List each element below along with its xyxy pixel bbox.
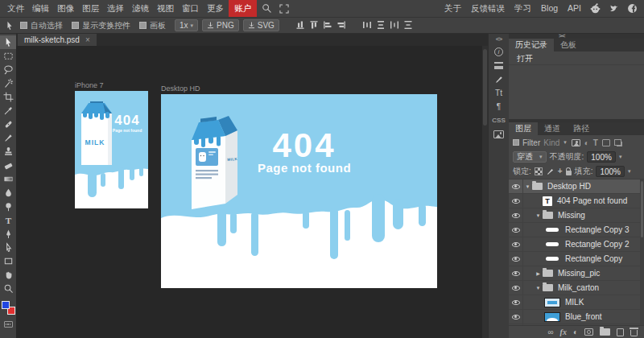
filter-checkbox[interactable] xyxy=(513,139,519,146)
layer-mask-icon[interactable] xyxy=(584,328,593,336)
lock-paint-icon[interactable] xyxy=(546,167,555,176)
character-panel-icon[interactable]: Tt xyxy=(495,87,502,99)
menu-item-file[interactable]: 文件 xyxy=(4,0,27,17)
menu-item-layer[interactable]: 图层 xyxy=(79,0,102,17)
tab-layers[interactable]: 图层 xyxy=(509,122,538,135)
filter-image-icon[interactable] xyxy=(572,139,580,146)
crop-tool[interactable] xyxy=(0,90,16,104)
menu-item-api[interactable]: API xyxy=(564,0,584,17)
menu-item-filter[interactable]: 滤镜 xyxy=(129,0,152,17)
marquee-tool[interactable] xyxy=(0,49,16,63)
lasso-tool[interactable] xyxy=(0,63,16,76)
menu-item-view[interactable]: 视图 xyxy=(154,0,177,17)
layer-row-milk-carton[interactable]: ▼ Milk_carton xyxy=(509,281,644,295)
menu-item-about[interactable]: 关于 xyxy=(441,0,464,17)
visibility-toggle[interactable] xyxy=(509,295,523,309)
artboard-label-iphone[interactable]: iPhone 7 xyxy=(75,81,104,89)
export-png-button[interactable]: PNG xyxy=(202,19,239,31)
tab-history[interactable]: 历史记录 xyxy=(509,39,554,52)
menu-item-window[interactable]: 窗口 xyxy=(179,0,202,17)
tab-channels[interactable]: 通道 xyxy=(538,122,567,135)
opacity-dropdown-icon[interactable]: ▾ xyxy=(619,154,622,160)
fullscreen-icon[interactable] xyxy=(277,2,291,15)
hand-tool[interactable] xyxy=(0,268,16,282)
new-group-icon[interactable] xyxy=(600,328,610,336)
visibility-toggle[interactable] xyxy=(509,281,523,295)
fill-value[interactable]: 100% xyxy=(596,166,625,177)
visibility-toggle[interactable] xyxy=(509,266,523,280)
distribute-spacing-v-icon[interactable] xyxy=(403,20,413,31)
layer-row-missing-pic[interactable]: ▶ Missing_pic xyxy=(509,266,644,281)
collapse-panels-icon[interactable]: >< xyxy=(559,32,564,39)
distribute-horizontal-icon[interactable] xyxy=(362,20,372,31)
visibility-toggle[interactable] xyxy=(509,252,523,266)
close-tab-icon[interactable]: × xyxy=(85,35,90,44)
info-panel-icon[interactable]: i xyxy=(494,46,503,58)
layer-row-rectangle-copy-2[interactable]: Rectangle Copy 2 xyxy=(509,237,644,252)
menu-item-learn[interactable]: 学习 xyxy=(511,0,535,17)
visibility-toggle[interactable] xyxy=(509,237,523,251)
expand-icon[interactable]: ▼ xyxy=(534,213,543,218)
auto-select-checkbox[interactable] xyxy=(20,22,27,29)
fill-dropdown-icon[interactable]: ▾ xyxy=(628,168,631,175)
filter-shape-icon[interactable] xyxy=(602,139,610,146)
layer-row-404-text[interactable]: T 404 Page not found xyxy=(509,194,644,208)
reddit-icon[interactable] xyxy=(589,3,601,14)
kind-select[interactable]: Kind▾ xyxy=(543,138,567,147)
gradient-tool[interactable] xyxy=(0,172,16,186)
menu-item-image[interactable]: 图像 xyxy=(54,0,77,17)
layer-row-milk[interactable]: MILK xyxy=(509,295,644,310)
export-scale-select[interactable]: 1x▾ xyxy=(175,19,198,31)
facebook-icon[interactable] xyxy=(626,3,638,14)
align-left-icon[interactable] xyxy=(323,20,332,31)
filter-smart-object-icon[interactable] xyxy=(614,139,621,146)
css-panel-icon[interactable]: CSS xyxy=(492,114,505,126)
layer-row-desktop-hd[interactable]: ▼ Desktop HD xyxy=(509,179,644,194)
path-select-tool[interactable] xyxy=(0,241,16,254)
lock-all-icon[interactable] xyxy=(566,171,572,175)
menu-item-blog[interactable]: Blog xyxy=(538,0,561,17)
tab-paths[interactable]: 路径 xyxy=(567,122,596,135)
align-top-icon[interactable] xyxy=(309,20,319,31)
blur-tool[interactable] xyxy=(0,186,16,200)
type-tool[interactable]: T xyxy=(0,213,16,227)
menu-item-edit[interactable]: 编辑 xyxy=(29,0,52,17)
delete-layer-icon[interactable] xyxy=(630,330,638,336)
magic-wand-tool[interactable] xyxy=(0,76,16,90)
artboard-iphone[interactable]: MILK 404 Page not found xyxy=(75,91,148,208)
eraser-tool[interactable] xyxy=(0,159,16,172)
filter-text-icon[interactable]: T xyxy=(593,138,598,147)
dodge-tool[interactable] xyxy=(0,200,16,213)
layer-row-blue-front[interactable]: Blue_front xyxy=(509,310,644,324)
artboard-checkbox[interactable] xyxy=(139,22,147,29)
expand-icon[interactable]: ▼ xyxy=(534,286,543,291)
layer-row-rectangle-copy-3[interactable]: Rectangle Copy 3 xyxy=(509,223,644,237)
align-bottom-icon[interactable] xyxy=(295,20,305,31)
tab-swatches[interactable]: 色板 xyxy=(554,39,583,52)
eyedropper-tool[interactable] xyxy=(0,104,16,117)
layer-effects-icon[interactable]: fx xyxy=(560,328,567,336)
menu-item-report-bug[interactable]: 反馈错误 xyxy=(468,0,508,17)
foreground-color[interactable] xyxy=(2,301,10,309)
filter-adjustment-icon[interactable]: ◐ xyxy=(584,138,589,147)
pen-tool[interactable] xyxy=(0,227,16,241)
canvas-area[interactable]: iPhone 7 xyxy=(16,46,488,338)
color-swatches[interactable] xyxy=(2,301,15,315)
export-svg-button[interactable]: SVG xyxy=(243,19,279,31)
zoom-tool[interactable] xyxy=(0,282,16,295)
collapse-dock-icon[interactable]: <> xyxy=(496,34,502,44)
shape-tool[interactable] xyxy=(0,254,16,268)
canvas-vertical-scrollbar[interactable] xyxy=(482,46,488,338)
link-layers-icon[interactable]: ∞ xyxy=(547,328,553,336)
brush-tool[interactable] xyxy=(0,131,16,145)
blend-mode-select[interactable]: 穿透▾ xyxy=(513,151,547,163)
properties-panel-icon[interactable] xyxy=(494,60,503,72)
visibility-toggle[interactable] xyxy=(509,208,523,222)
show-transform-checkbox[interactable] xyxy=(72,22,79,29)
adjustment-layer-icon[interactable]: ◐ xyxy=(573,328,578,336)
layer-row-rectangle-copy[interactable]: Rectangle Copy xyxy=(509,252,644,266)
menu-item-select[interactable]: 选择 xyxy=(104,0,127,17)
visibility-toggle[interactable] xyxy=(509,310,523,324)
lock-transparency-icon[interactable] xyxy=(535,167,543,175)
document-tab[interactable]: milk-sketch.psd × xyxy=(18,34,97,46)
